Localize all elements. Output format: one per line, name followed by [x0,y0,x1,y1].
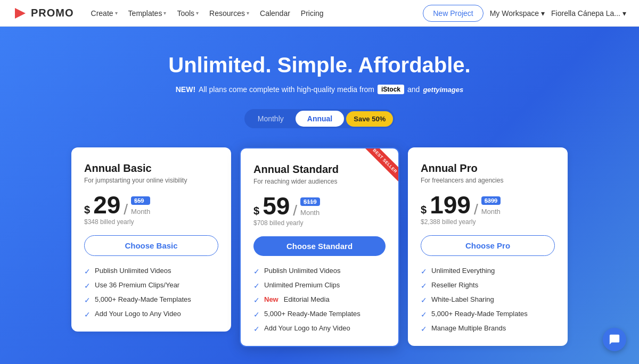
hero-subtitle: NEW! All plans come complete with high-q… [176,85,464,94]
check-icon: ✓ [84,310,91,319]
nav-label-calendar: Calendar [260,9,290,18]
price-divider-standard: / [293,203,297,218]
check-icon: ✓ [253,325,260,333]
price-period-pro: Month [481,208,501,215]
check-icon: ✓ [253,282,260,290]
nav-item-tools[interactable]: Tools ▾ [173,6,203,21]
nav-item-resources[interactable]: Resources ▾ [205,6,253,21]
feature-text: 5,000+ Ready-Made Templates [264,310,361,318]
new-badge: NEW! [176,85,195,94]
feature-item: ✓ Add Your Logo to Any Video [253,324,386,333]
plan-desc-pro: For freelancers and agencies [421,177,555,184]
svg-marker-0 [15,8,26,19]
feature-text: Reseller Rights [431,281,478,289]
price-original-basic: $59 [131,196,150,205]
features-list-basic: ✓ Publish Unlimited Videos ✓ Use 36 Prem… [84,267,218,319]
choose-pro-button[interactable]: Choose Pro [421,235,555,256]
chat-button[interactable] [603,328,626,351]
feature-text: White-Label Sharing [431,295,494,303]
billed-yearly-standard: $708 billed yearly [253,219,386,227]
feature-item: ✓ 5,000+ Ready-Made Templates [253,310,386,319]
feature-new-badge: New [264,295,278,303]
workspace-menu[interactable]: My Workspace ▾ [490,9,545,18]
nav-label-pricing: Pricing [301,9,324,18]
feature-text: Unlimited Premium Clips [264,281,340,289]
chevron-down-icon: ▾ [196,10,199,16]
feature-text: Use 36 Premium Clips/Year [95,281,179,289]
feature-text: Add Your Logo to Any Video [95,310,181,318]
feature-item: ✓ Publish Unlimited Videos [253,267,386,276]
check-icon: ✓ [84,267,91,276]
save-badge[interactable]: Save 50% [346,111,393,127]
navbar: PROMO Create ▾ Templates ▾ Tools ▾ Resou… [0,0,639,27]
hero-subtitle-text: All plans come complete with high-qualit… [199,85,374,94]
feature-text: Editorial Media [284,295,330,303]
plan-card-pro: Annual Pro For freelancers and agencies … [408,147,568,346]
price-row-pro: $ 199 / $399 Month [421,193,555,217]
feature-text: Publish Unlimited Videos [95,267,171,275]
price-amount-pro: 199 [430,193,471,217]
annual-toggle[interactable]: Annual [296,111,344,127]
feature-item: ✓ Unlimited Premium Clips [253,281,386,290]
chevron-down-icon: ▾ [115,10,118,16]
nav-items: Create ▾ Templates ▾ Tools ▾ Resources ▾… [87,6,423,21]
price-divider-basic: / [124,202,128,217]
best-seller-ribbon-wrapper: BEST SELLER [356,148,398,191]
choose-standard-button[interactable]: Choose Standard [253,236,386,256]
main-content: Unlimited. Simple. Affordable. NEW! All … [0,27,639,364]
chevron-down-icon: ▾ [247,10,249,16]
feature-item: ✓ Unlimited Everything [421,267,555,276]
price-divider-pro: / [474,202,478,217]
monthly-toggle[interactable]: Monthly [246,111,296,127]
nav-label-tools: Tools [177,9,194,18]
nav-label-create: Create [91,9,113,18]
feature-text: Unlimited Everything [431,267,495,275]
check-icon: ✓ [421,310,427,319]
logo[interactable]: PROMO [13,6,74,21]
feature-text: Manage Multiple Brands [431,324,506,332]
chevron-down-icon: ▾ [163,10,166,16]
user-label: Fiorella Cánepa La... [551,9,620,18]
feature-text: Add Your Logo to Any Video [264,324,350,332]
feature-item: ✓ 5,000+ Ready-Made Templates [421,310,555,319]
price-currency-basic: $ [84,204,90,215]
price-currency-standard: $ [253,205,259,216]
nav-item-create[interactable]: Create ▾ [87,6,122,21]
feature-item: ✓ Manage Multiple Brands [421,324,555,333]
new-project-button[interactable]: New Project [423,5,483,22]
getty-logo: gettyimages [423,86,463,94]
nav-item-pricing[interactable]: Pricing [297,6,328,21]
feature-item: ✓ White-Label Sharing [421,295,555,304]
billed-yearly-basic: $348 billed yearly [84,218,218,226]
feature-item: ✓ 5,000+ Ready-Made Templates [84,295,218,304]
plan-card-basic: Annual Basic For jumpstarting your onlin… [71,147,231,332]
price-row-standard: $ 59 / $119 Month [253,194,386,218]
check-icon: ✓ [84,296,91,304]
plan-name-pro: Annual Pro [421,162,555,175]
check-icon: ✓ [253,310,260,319]
nav-item-templates[interactable]: Templates ▾ [124,6,171,21]
chevron-down-icon: ▾ [622,9,626,18]
check-icon: ✓ [421,325,427,333]
nav-item-calendar[interactable]: Calendar [256,6,294,21]
feature-text: Publish Unlimited Videos [264,267,341,275]
hero-title: Unlimited. Simple. Affordable. [168,53,470,77]
billed-yearly-pro: $2,388 billed yearly [421,218,555,226]
check-icon: ✓ [421,267,427,276]
feature-item: ✓ Publish Unlimited Videos [84,267,218,276]
price-original-standard: $119 [300,197,320,206]
user-menu[interactable]: Fiorella Cánepa La... ▾ [551,9,626,18]
choose-basic-button[interactable]: Choose Basic [84,235,218,256]
price-currency-pro: $ [421,204,427,215]
features-list-pro: ✓ Unlimited Everything ✓ Reseller Rights… [421,267,555,333]
workspace-label: My Workspace [490,9,539,18]
check-icon: ✓ [84,282,91,290]
feature-text: 5,000+ Ready-Made Templates [95,295,191,303]
plan-desc-basic: For jumpstarting your online visibility [84,177,218,184]
price-amount-basic: 29 [93,193,120,217]
check-icon: ✓ [253,267,260,276]
istock-logo: iStock [378,85,404,94]
pricing-cards: Annual Basic For jumpstarting your onlin… [64,147,575,347]
hero-and-text: and [407,85,420,94]
logo-icon [13,6,28,21]
